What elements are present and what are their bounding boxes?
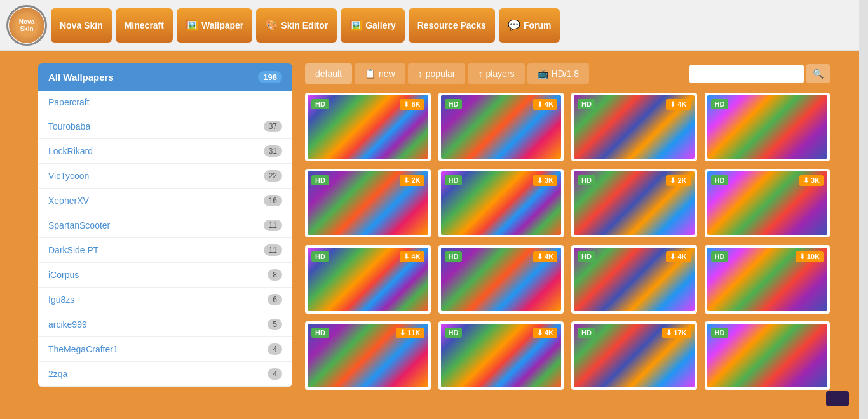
sidebar-item-count: 22	[264, 170, 282, 182]
sidebar-title: All Wallpapers	[48, 72, 114, 83]
sidebar-item[interactable]: Papercraft	[38, 91, 292, 114]
minecraft-label: Minecraft	[125, 20, 164, 30]
sidebar-item[interactable]: XepherXV 16	[38, 189, 292, 213]
wallpaper-card[interactable]: HD⬇ 4K	[438, 93, 564, 161]
sidebar: All Wallpapers 198 Papercraft Tourobaba …	[38, 63, 292, 406]
nav-wallpaper[interactable]: 🖼️ Wallpaper	[177, 8, 252, 43]
sidebar-item[interactable]: VicTycoon 22	[38, 164, 292, 189]
tab-popular[interactable]: ↕ popular	[408, 63, 466, 84]
wallpaper-card[interactable]: HD⬇ 11K	[305, 321, 431, 390]
wallpaper-label: Wallpaper	[201, 20, 243, 30]
hd-badge: HD	[711, 251, 729, 262]
wallpaper-thumbnail: HD⬇ 2K	[308, 171, 428, 235]
sidebar-item[interactable]: Igu8zs 6	[38, 288, 292, 312]
wallpaper-card[interactable]: HD⬇ 4K	[438, 245, 564, 314]
wallpaper-card[interactable]: HD⬇ 8K	[305, 93, 431, 161]
sidebar-item[interactable]: TheMegaCrafter1 4	[38, 337, 292, 362]
hd-badge: HD	[711, 99, 729, 109]
scrollbar[interactable]	[859, 0, 868, 419]
dropdown-menu	[826, 391, 849, 406]
wallpaper-card[interactable]: HD⬇ 3K	[438, 169, 564, 237]
search-area: 🔍	[689, 64, 830, 83]
forum-label: Forum	[524, 20, 552, 30]
download-badge: ⬇ 4K	[666, 251, 690, 262]
wallpaper-thumbnail: HD⬇ 4K	[574, 95, 695, 159]
wallpaper-thumbnail: HD⬇ 11K	[308, 324, 428, 387]
wallpaper-card[interactable]: HD⬇ 2K	[305, 169, 431, 237]
tab-popular-label: popular	[426, 69, 456, 79]
tab-default[interactable]: default	[305, 63, 352, 84]
wallpaper-card[interactable]: HD⬇ 4K	[438, 321, 564, 390]
wallpaper-card[interactable]: HD⬇ 4K	[571, 245, 697, 314]
sidebar-item[interactable]: arcike999 5	[38, 312, 292, 337]
wallpaper-thumbnail: HD⬇ 8K	[308, 95, 428, 159]
logo[interactable]: NovaSkin	[6, 5, 47, 46]
tabs-bar: default 📋 new ↕ popular ↕ players 📺 HD/1…	[305, 63, 830, 84]
nav-minecraft[interactable]: Minecraft	[116, 8, 173, 43]
sidebar-item-count: 11	[264, 220, 282, 231]
sidebar-item-count: 4	[268, 343, 282, 355]
sidebar-header: All Wallpapers 198	[38, 63, 292, 91]
nav-forum[interactable]: 💬 Forum	[499, 8, 560, 43]
search-input[interactable]	[689, 65, 804, 83]
sidebar-item-name: VicTycoon	[48, 171, 89, 181]
download-badge: ⬇ 4K	[400, 251, 424, 262]
sidebar-item-name: Igu8zs	[48, 295, 74, 305]
sidebar-item-count: 8	[268, 269, 282, 281]
wallpaper-card[interactable]: HD⬇ 4K	[571, 93, 697, 161]
hd-icon: 📺	[538, 69, 548, 79]
sidebar-item[interactable]: iCorpus 8	[38, 263, 292, 288]
tab-hd[interactable]: 📺 HD/1.8	[527, 63, 590, 84]
forum-icon: 💬	[508, 19, 520, 31]
sidebar-item-name: TheMegaCrafter1	[48, 344, 118, 354]
download-badge: ⬇ 11K	[396, 328, 424, 338]
sidebar-item[interactable]: 2zqa 4	[38, 362, 292, 387]
skin-editor-label: Skin Editor	[281, 20, 328, 30]
wallpaper-thumbnail: HD⬇ 4K	[441, 324, 562, 387]
hd-badge: HD	[445, 251, 463, 262]
sidebar-item[interactable]: DarkSide PT 11	[38, 238, 292, 263]
sidebar-item-name: SpartanScooter	[48, 220, 110, 230]
nav-skin-editor[interactable]: 🎨 Skin Editor	[256, 8, 337, 43]
nav-nova-skin[interactable]: Nova Skin	[51, 8, 112, 43]
nav-resource-packs[interactable]: Resource Packs	[409, 8, 495, 43]
gallery-label: Gallery	[365, 20, 395, 30]
sidebar-item[interactable]: LockRikard 31	[38, 139, 292, 164]
sidebar-item-name: DarkSide PT	[48, 245, 98, 255]
wallpaper-card[interactable]: HD⬇ 2K	[571, 169, 697, 237]
search-button[interactable]: 🔍	[806, 64, 830, 83]
wallpaper-card[interactable]: HD	[705, 321, 831, 390]
wallpaper-thumbnail: HD⬇ 4K	[441, 248, 562, 311]
download-badge: ⬇ 4K	[533, 99, 557, 110]
download-badge: ⬇ 10K	[796, 251, 824, 262]
tab-players[interactable]: ↕ players	[468, 63, 524, 84]
wallpaper-thumbnail: HD⬇ 4K	[308, 248, 428, 311]
sidebar-item[interactable]: Tourobaba 37	[38, 114, 292, 139]
hd-badge: HD	[578, 328, 595, 338]
wallpaper-card[interactable]: HD⬇ 3K	[705, 169, 831, 237]
wallpaper-icon: 🖼️	[186, 19, 198, 31]
wallpaper-thumbnail: HD	[707, 95, 828, 159]
sidebar-item-count: 5	[268, 319, 282, 330]
hd-badge: HD	[578, 175, 595, 185]
sidebar-list: Papercraft Tourobaba 37 LockRikard 31 Vi…	[38, 91, 292, 387]
sidebar-item[interactable]: SpartanScooter 11	[38, 213, 292, 238]
wallpaper-card[interactable]: HD⬇ 4K	[305, 245, 431, 314]
wallpaper-thumbnail: HD⬇ 17K	[574, 324, 695, 387]
content-area: default 📋 new ↕ popular ↕ players 📺 HD/1…	[305, 63, 830, 406]
wallpaper-thumbnail: HD⬇ 4K	[441, 95, 562, 159]
popular-icon: ↕	[418, 69, 423, 79]
nav-gallery[interactable]: 🖼️ Gallery	[341, 8, 404, 43]
wallpaper-card[interactable]: HD	[705, 93, 831, 161]
tab-new[interactable]: 📋 new	[355, 63, 405, 84]
wallpaper-card[interactable]: HD⬇ 17K	[571, 321, 697, 390]
hd-badge: HD	[311, 175, 329, 185]
header: NovaSkin Nova Skin Minecraft 🖼️ Wallpape…	[0, 0, 868, 51]
download-badge: ⬇ 4K	[533, 328, 557, 338]
sidebar-item-name: XepherXV	[48, 196, 89, 206]
wallpaper-thumbnail: HD⬇ 3K	[707, 171, 828, 235]
wallpaper-card[interactable]: HD⬇ 10K	[705, 245, 831, 314]
hd-badge: HD	[578, 99, 595, 109]
download-badge: ⬇ 2K	[666, 175, 690, 186]
players-icon: ↕	[478, 69, 482, 79]
